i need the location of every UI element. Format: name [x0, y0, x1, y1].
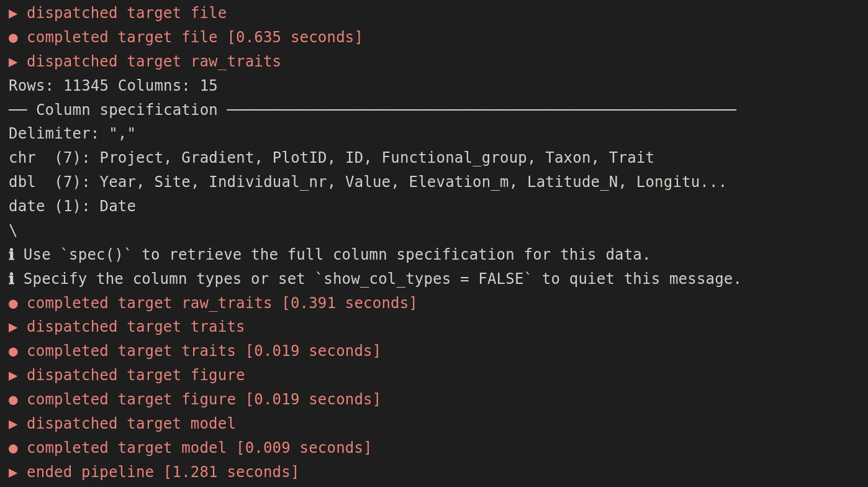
terminal-output: ▶ dispatched target file● completed targ…	[0, 0, 868, 485]
bullet-completed-icon: ●	[9, 291, 17, 316]
status-text: completed target traits [0.019 seconds]	[27, 342, 381, 360]
bullet-dispatched-icon: ▶	[9, 460, 17, 485]
terminal-line: ● completed target file [0.635 seconds]	[9, 25, 859, 50]
spinner-char: \	[9, 222, 18, 239]
terminal-line: ▶ dispatched target figure	[9, 363, 859, 388]
bullet-dispatched-icon: ▶	[9, 315, 17, 339]
terminal-line: ▶ dispatched target file	[9, 1, 859, 25]
status-text: completed target file [0.635 seconds]	[27, 29, 363, 46]
status-text: dispatched target figure	[27, 366, 245, 384]
terminal-line: ● completed target raw_traits [0.391 sec…	[9, 291, 859, 316]
bullet-completed-icon: ●	[9, 339, 17, 363]
output-text: dbl (7): Year, Site, Individual_nr, Valu…	[9, 173, 727, 191]
terminal-line: dbl (7): Year, Site, Individual_nr, Valu…	[9, 170, 859, 194]
info-text: Use `spec()` to retrieve the full column…	[24, 246, 651, 263]
terminal-line: date (1): Date	[9, 194, 859, 219]
terminal-line: Delimiter: ","	[9, 122, 859, 146]
section-rule: ── Column specification ────────────────…	[9, 101, 736, 119]
status-text: dispatched target file	[27, 4, 227, 22]
status-text: completed target figure [0.019 seconds]	[27, 391, 381, 408]
terminal-line: ▶ dispatched target raw_traits	[9, 50, 859, 74]
terminal-line: ℹ Use `spec()` to retrieve the full colu…	[9, 243, 859, 267]
status-text: dispatched target model	[27, 415, 236, 432]
terminal-line: ● completed target traits [0.019 seconds…	[9, 339, 859, 363]
bullet-dispatched-icon: ▶	[9, 1, 17, 25]
output-text: date (1): Date	[9, 198, 136, 215]
bullet-dispatched-icon: ▶	[9, 363, 17, 388]
terminal-line: ── Column specification ────────────────…	[9, 98, 859, 122]
output-text: Rows: 11345 Columns: 15	[9, 77, 218, 94]
bullet-completed-icon: ●	[9, 25, 17, 50]
bullet-dispatched-icon: ▶	[9, 50, 17, 74]
status-text: ended pipeline [1.281 seconds]	[27, 463, 299, 481]
terminal-line: ▶ ended pipeline [1.281 seconds]	[9, 460, 859, 485]
status-text: completed target raw_traits [0.391 secon…	[27, 294, 418, 312]
terminal-line: ▶ dispatched target model	[9, 412, 859, 436]
terminal-line: ● completed target model [0.009 seconds]	[9, 436, 859, 460]
status-text: dispatched target traits	[27, 318, 245, 335]
output-text: Delimiter: ","	[9, 125, 136, 142]
terminal-line: ℹ Specify the column types or set `show_…	[9, 267, 859, 291]
info-icon: ℹ	[9, 246, 14, 263]
status-text: dispatched target raw_traits	[27, 53, 281, 70]
info-icon: ℹ	[9, 270, 14, 288]
terminal-line: ● completed target figure [0.019 seconds…	[9, 388, 859, 412]
bullet-dispatched-icon: ▶	[9, 412, 17, 436]
terminal-line: Rows: 11345 Columns: 15	[9, 74, 859, 98]
output-text: chr (7): Project, Gradient, PlotID, ID, …	[9, 149, 654, 166]
bullet-completed-icon: ●	[9, 436, 17, 460]
bullet-completed-icon: ●	[9, 388, 17, 412]
terminal-line: chr (7): Project, Gradient, PlotID, ID, …	[9, 146, 859, 170]
status-text: completed target model [0.009 seconds]	[27, 439, 373, 457]
terminal-line: \	[9, 219, 859, 243]
terminal-line: ▶ dispatched target traits	[9, 315, 859, 339]
info-text: Specify the column types or set `show_co…	[24, 270, 742, 288]
